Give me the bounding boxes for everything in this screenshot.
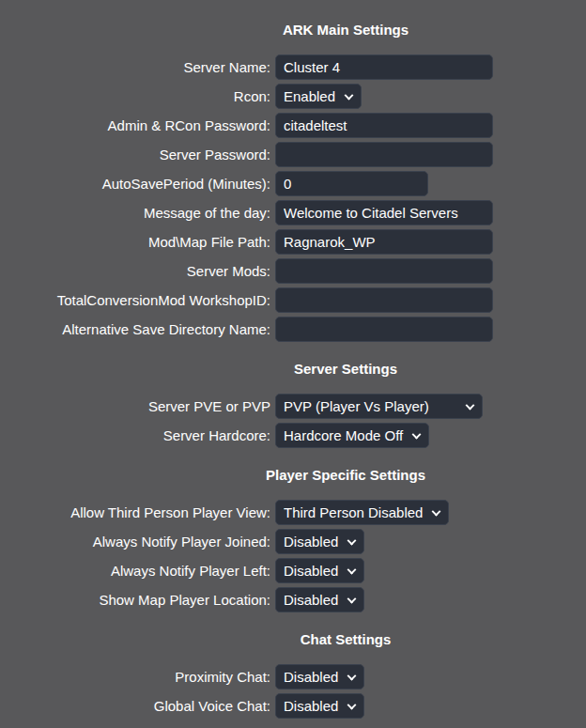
- message-of-the-day-input[interactable]: [275, 200, 493, 225]
- form-row: TotalConversionMod WorkshopID:: [0, 286, 586, 315]
- message-of-the-day-label: Message of the day:: [0, 205, 270, 221]
- field-control: Hardcore Mode Off: [275, 423, 429, 448]
- field-control: [275, 200, 493, 225]
- form-row: Show Map Player Location:Disabled: [0, 585, 586, 614]
- alternative-save-directory-name-label: Alternative Save Directory Name:: [0, 321, 270, 337]
- select-wrapper: Enabled: [275, 84, 362, 109]
- proximity-chat-label: Proximity Chat:: [0, 669, 270, 685]
- show-map-player-location-select[interactable]: Disabled: [275, 587, 364, 612]
- server-settings-form: ARK Main SettingsServer Name:Rcon:Enable…: [0, 21, 586, 720]
- totalconversionmod-workshopid-input[interactable]: [275, 287, 493, 313]
- mod-map-file-path-input[interactable]: [275, 229, 493, 255]
- select-wrapper: Disabled: [275, 558, 364, 583]
- field-control: [275, 113, 493, 138]
- field-control: [275, 171, 428, 196]
- always-notify-player-joined-select[interactable]: Disabled: [275, 529, 364, 554]
- form-row: Message of the day:: [0, 198, 586, 227]
- server-pve-or-pvp-label: Server PVE or PVP: [0, 398, 270, 414]
- rcon-select[interactable]: Enabled: [275, 84, 362, 109]
- select-wrapper: Disabled: [275, 529, 364, 554]
- server-pve-or-pvp-select[interactable]: PVP (Player Vs Player): [275, 394, 483, 419]
- allow-third-person-player-view-label: Allow Third Person Player View:: [0, 504, 270, 520]
- field-control: Disabled: [275, 529, 364, 554]
- field-control: PVP (Player Vs Player): [275, 394, 483, 419]
- select-wrapper: Disabled: [275, 664, 364, 689]
- section-title-ark-main-settings: ARK Main Settings: [0, 21, 586, 39]
- select-wrapper: Third Person Disabled: [275, 500, 449, 525]
- server-name-input[interactable]: [275, 54, 493, 80]
- field-control: [275, 317, 493, 342]
- form-row: Admin & RCon Password:: [0, 111, 586, 140]
- field-control: [275, 258, 493, 284]
- field-control: [275, 229, 493, 255]
- server-hardcore-select[interactable]: Hardcore Mode Off: [275, 423, 429, 448]
- form-row: Rcon:Enabled: [0, 82, 586, 111]
- always-notify-player-left-label: Always Notify Player Left:: [0, 563, 270, 579]
- select-wrapper: Disabled: [275, 587, 364, 612]
- server-password-label: Server Password:: [0, 147, 270, 163]
- global-voice-chat-label: Global Voice Chat:: [0, 698, 270, 714]
- admin-rcon-password-label: Admin & RCon Password:: [0, 117, 270, 133]
- field-control: Third Person Disabled: [275, 500, 449, 525]
- form-row: Proximity Chat:Disabled: [0, 662, 586, 691]
- form-row: Server Hardcore:Hardcore Mode Off: [0, 421, 586, 450]
- proximity-chat-select[interactable]: Disabled: [275, 664, 364, 689]
- field-control: [275, 287, 493, 313]
- server-name-label: Server Name:: [0, 59, 270, 75]
- mod-map-file-path-label: Mod\Map File Path:: [0, 234, 270, 250]
- field-control: Disabled: [275, 558, 364, 583]
- form-row: Server Mods:: [0, 256, 586, 286]
- field-control: [275, 54, 493, 80]
- form-row: Server Name:: [0, 53, 586, 82]
- autosaveperiod-minutes-input[interactable]: [275, 171, 428, 196]
- allow-third-person-player-view-select[interactable]: Third Person Disabled: [275, 500, 449, 525]
- always-notify-player-joined-label: Always Notify Player Joined:: [0, 534, 270, 550]
- server-password-input[interactable]: [275, 142, 493, 167]
- field-control: [275, 142, 493, 167]
- select-wrapper: Hardcore Mode Off: [275, 423, 429, 448]
- form-row: Alternative Save Directory Name:: [0, 315, 586, 344]
- server-hardcore-label: Server Hardcore:: [0, 427, 270, 443]
- field-control: Disabled: [275, 664, 364, 689]
- show-map-player-location-label: Show Map Player Location:: [0, 592, 270, 608]
- form-row: Server PVE or PVPPVP (Player Vs Player): [0, 392, 586, 421]
- admin-rcon-password-input[interactable]: [275, 113, 493, 138]
- global-voice-chat-select[interactable]: Disabled: [275, 693, 364, 719]
- always-notify-player-left-select[interactable]: Disabled: [275, 558, 364, 583]
- server-mods-input[interactable]: [275, 258, 493, 284]
- select-wrapper: PVP (Player Vs Player): [275, 394, 483, 419]
- select-wrapper: Disabled: [275, 693, 364, 719]
- form-row: Always Notify Player Joined:Disabled: [0, 527, 586, 556]
- section-title-player-specific-settings: Player Specific Settings: [0, 466, 586, 484]
- alternative-save-directory-name-input[interactable]: [275, 317, 493, 342]
- totalconversionmod-workshopid-label: TotalConversionMod WorkshopID:: [0, 292, 270, 308]
- form-row: AutoSavePeriod (Minutes):: [0, 169, 586, 198]
- field-control: Enabled: [275, 84, 362, 109]
- field-control: Disabled: [275, 693, 364, 719]
- field-control: Disabled: [275, 587, 364, 612]
- form-row: Global Voice Chat:Disabled: [0, 691, 586, 720]
- server-mods-label: Server Mods:: [0, 263, 270, 279]
- section-title-server-settings: Server Settings: [0, 360, 586, 378]
- rcon-label: Rcon:: [0, 88, 270, 104]
- form-row: Allow Third Person Player View:Third Per…: [0, 498, 586, 527]
- form-row: Always Notify Player Left:Disabled: [0, 556, 586, 585]
- form-row: Mod\Map File Path:: [0, 227, 586, 256]
- autosaveperiod-minutes-label: AutoSavePeriod (Minutes):: [0, 176, 270, 192]
- form-row: Server Password:: [0, 140, 586, 169]
- section-title-chat-settings: Chat Settings: [0, 630, 586, 648]
